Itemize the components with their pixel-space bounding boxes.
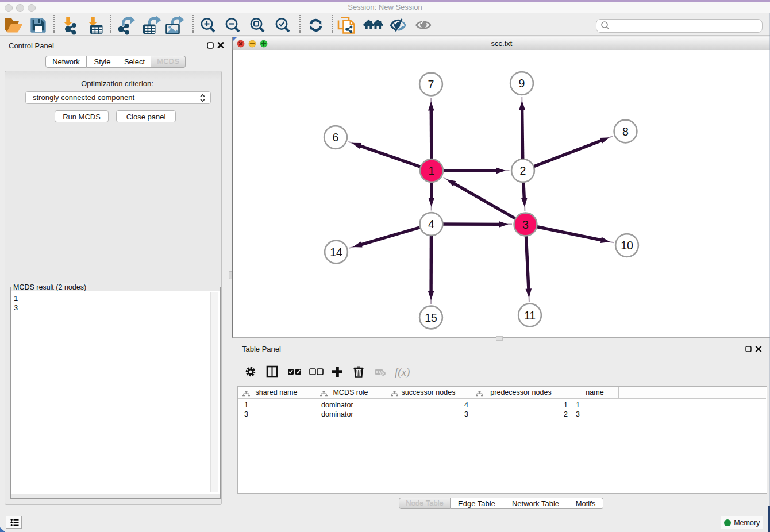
svg-text:4: 4 <box>428 218 434 230</box>
svg-text:2: 2 <box>520 164 526 177</box>
svg-text:1: 1 <box>429 164 435 177</box>
svg-text:3: 3 <box>522 218 529 231</box>
svg-text:7: 7 <box>428 78 434 91</box>
svg-text:11: 11 <box>524 309 536 322</box>
svg-text:6: 6 <box>333 131 339 144</box>
svg-text:9: 9 <box>519 77 525 90</box>
svg-text:f(x): f(x) <box>395 366 410 379</box>
svg-text:10: 10 <box>621 239 633 252</box>
svg-text:15: 15 <box>425 311 437 324</box>
svg-text:14: 14 <box>330 246 342 259</box>
svg-text:8: 8 <box>622 125 629 138</box>
